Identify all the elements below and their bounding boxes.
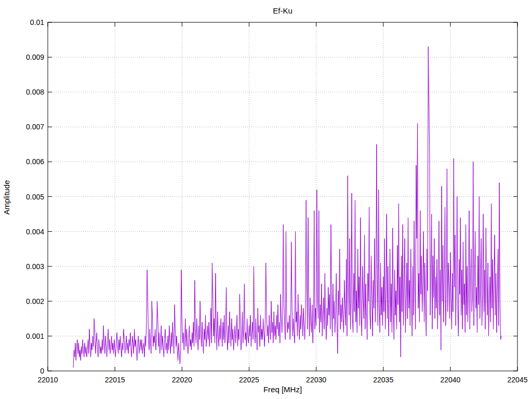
data-series-line: [73, 47, 501, 367]
y-tick-label: 0.003: [26, 262, 44, 271]
y-tick-label: 0.007: [26, 123, 44, 131]
y-tick-label: 0.01: [30, 18, 44, 26]
x-tick-label: 22040: [440, 376, 460, 384]
y-tick-label: 0: [40, 367, 44, 375]
y-tick-label: 0.006: [26, 157, 44, 166]
x-tick-label: 22025: [239, 376, 259, 384]
y-tick-label: 0.008: [26, 88, 44, 96]
plot-area: 2201022015220202202522030220352204022045…: [0, 0, 532, 399]
y-tick-label: 0.004: [26, 228, 44, 236]
x-tick-label: 22010: [38, 376, 58, 384]
y-axis-label: Amplitude: [2, 180, 11, 215]
y-tick-label: 0.005: [26, 193, 44, 201]
x-tick-label: 22020: [172, 376, 192, 384]
chart-title: Ef-Ku: [48, 6, 517, 15]
x-tick-label: 22015: [105, 376, 125, 384]
chart-figure: 2201022015220202202522030220352204022045…: [0, 0, 532, 399]
y-tick-label: 0.009: [26, 53, 44, 61]
x-tick-label: 22030: [306, 376, 326, 384]
x-axis-label: Freq [MHz]: [48, 385, 517, 394]
y-tick-label: 0.001: [26, 332, 44, 340]
x-tick-label: 22045: [508, 376, 528, 384]
x-tick-label: 22035: [373, 376, 393, 384]
y-tick-label: 0.002: [26, 297, 44, 305]
